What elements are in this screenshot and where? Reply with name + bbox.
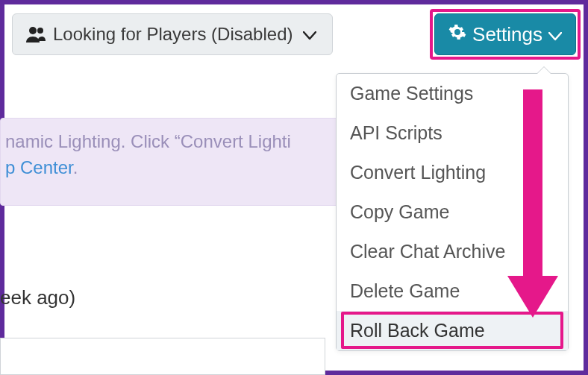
svg-point-1: [37, 28, 43, 34]
last-played-text: eek ago): [0, 286, 75, 309]
info-banner: namic Lighting. Click “Convert Lighti p …: [0, 118, 343, 206]
top-bar: Looking for Players (Disabled) Settings: [12, 12, 576, 57]
menu-item-api-scripts[interactable]: API Scripts: [337, 113, 568, 153]
menu-item-convert-lighting[interactable]: Convert Lighting: [337, 153, 568, 192]
gear-icon: [448, 23, 466, 46]
settings-button-wrap: Settings: [434, 13, 576, 55]
menu-item-label: Convert Lighting: [350, 162, 486, 183]
banner-period: .: [73, 157, 78, 177]
menu-item-roll-back-game[interactable]: Roll Back Game: [337, 311, 568, 350]
menu-item-label: API Scripts: [350, 122, 442, 143]
settings-button[interactable]: Settings: [434, 13, 576, 55]
help-center-link[interactable]: p Center: [5, 157, 73, 177]
menu-item-label: Clear Chat Archive: [350, 241, 505, 262]
banner-text-fragment: namic Lighting. Click “Convert Lighti: [5, 131, 291, 151]
looking-for-players-button[interactable]: Looking for Players (Disabled): [12, 13, 333, 55]
menu-item-label: Game Settings: [350, 83, 473, 104]
people-icon: [26, 26, 46, 42]
settings-label: Settings: [472, 23, 542, 46]
menu-item-clear-chat-archive[interactable]: Clear Chat Archive: [337, 232, 568, 271]
menu-item-label: Copy Game: [350, 201, 449, 222]
svg-point-0: [29, 27, 37, 34]
chevron-down-icon: [303, 24, 316, 45]
menu-item-game-settings[interactable]: Game Settings: [337, 74, 568, 113]
menu-item-label: Roll Back Game: [350, 320, 485, 341]
menu-item-label: Delete Game: [350, 280, 460, 301]
menu-item-copy-game[interactable]: Copy Game: [337, 192, 568, 232]
content-box: [0, 338, 325, 375]
lfp-label: Looking for Players (Disabled): [53, 24, 293, 45]
screenshot-frame: Looking for Players (Disabled) Settings: [0, 0, 588, 375]
settings-dropdown: Game Settings API Scripts Convert Lighti…: [336, 73, 569, 351]
chevron-down-icon: [548, 23, 562, 46]
menu-item-delete-game[interactable]: Delete Game: [337, 271, 568, 311]
